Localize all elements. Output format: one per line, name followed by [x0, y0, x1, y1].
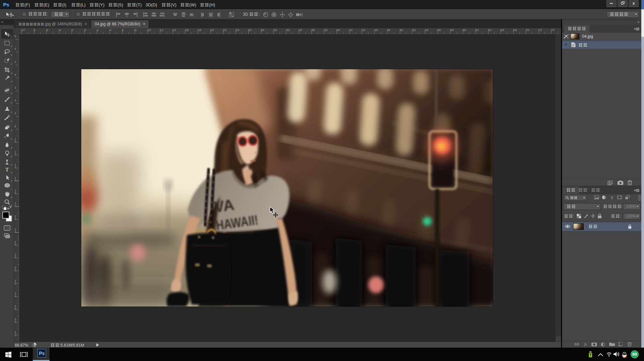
svg-text:T: T: [5, 166, 9, 172]
svg-text:T: T: [611, 195, 614, 200]
svg-text:VA: VA: [213, 196, 235, 216]
